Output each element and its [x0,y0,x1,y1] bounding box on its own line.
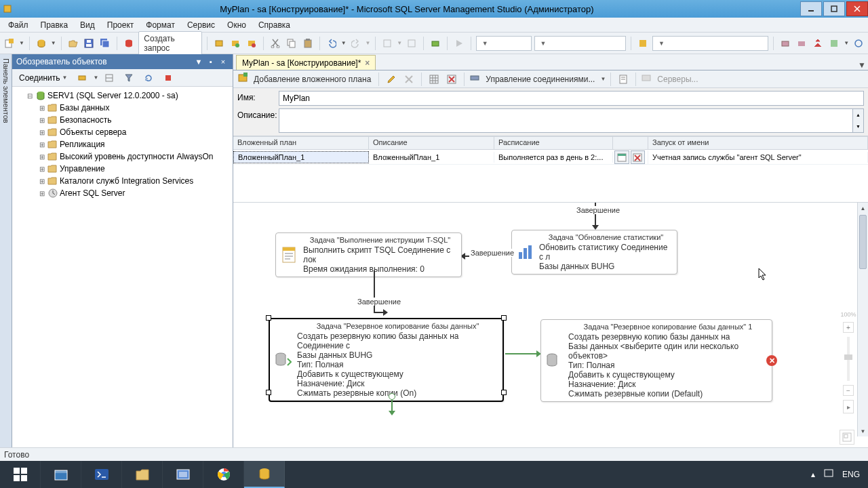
tb-misc-2[interactable] [795,36,808,51]
cut-button[interactable] [269,36,282,51]
resize-handle[interactable] [501,390,507,395]
task-backup-database-1[interactable]: Задача "Резервное копирование базы данны… [540,319,772,402]
tb-btn-1[interactable] [212,36,226,51]
tb-btn-3[interactable] [245,36,258,51]
system-tray[interactable]: ▴ ENG [803,468,868,481]
tray-lang[interactable]: ENG [842,470,860,479]
schedule-delete-button[interactable] [631,150,646,164]
tree-node-security[interactable]: ⊞Безопасность [14,114,231,126]
minimize-button[interactable] [800,1,822,16]
cell-subplan[interactable]: ВложенныйПлан_1 [233,151,369,163]
expand-icon[interactable]: ⊞ [38,129,46,136]
tab-close-icon[interactable]: × [365,58,370,68]
scroll-up-button[interactable]: ▲ [858,203,868,214]
taskbar-ssms[interactable] [244,461,285,488]
zoom-out-button[interactable]: − [843,385,854,396]
resize-handle[interactable] [266,315,271,321]
col-description[interactable]: Описание [369,137,494,149]
zoom-track[interactable] [847,337,850,381]
schedule-calendar-button[interactable] [614,150,629,164]
tray-chevron-icon[interactable]: ▴ [811,470,815,479]
object-tree[interactable]: ⊟ SERV1 (SQL Server 12.0.2000 - sa) ⊞Баз… [12,87,233,447]
tb-misc-1[interactable] [778,36,792,51]
tree-node-databases[interactable]: ⊞Базы данных [14,102,231,114]
copy-button[interactable] [285,36,298,51]
tree-node-management[interactable]: ⊞Управление [14,163,231,175]
plan-remove-button[interactable] [444,72,459,87]
explorer-btn-1[interactable] [73,71,91,85]
document-tab[interactable]: MyPlan - sa [Конструирование]* × [236,55,376,70]
menu-window[interactable]: Окно [222,19,252,31]
connector-line-success[interactable] [505,353,538,354]
cell-runas[interactable]: Учетная запись службы "агент SQL Server" [648,152,868,163]
add-subplan-button[interactable]: Добавление вложенного плана [251,73,374,85]
database-combo[interactable]: ▼ [476,36,532,51]
tb-btn-activity[interactable] [429,36,442,51]
tree-node-agent[interactable]: ⊞Агент SQL Server [14,187,231,199]
redo-button[interactable] [349,36,363,51]
tb-btn-nav2[interactable] [405,36,418,51]
zoom-fit-button[interactable]: ▸ [843,400,854,413]
plan-grid-button[interactable] [427,72,441,87]
tree-root[interactable]: ⊟ SERV1 (SQL Server 12.0.2000 - sa) [14,89,231,102]
taskbar-server-manager[interactable] [41,461,81,488]
expand-icon[interactable]: ⊞ [38,178,46,185]
resize-handle[interactable] [501,315,507,321]
task-update-statistics[interactable]: Задача "Обновление статистики" Обновить … [511,230,677,274]
taskbar-item-4[interactable] [163,461,203,488]
collapse-icon[interactable]: ⊟ [26,92,34,100]
spin-down-button[interactable]: ▼ [853,121,863,132]
explorer-stop-button[interactable] [159,71,177,85]
tb-misc-3[interactable] [811,36,825,51]
designer-canvas[interactable]: Завершение Задача "Обновление статистики… [233,202,868,447]
name-input[interactable] [279,91,864,106]
scroll-down-button[interactable]: ▼ [858,426,868,436]
start-button[interactable] [0,461,41,488]
combo-2[interactable]: ▼ [534,36,627,51]
expand-icon[interactable]: ⊞ [38,117,46,124]
menu-project[interactable]: Проект [102,19,140,31]
col-subplan[interactable]: Вложенный план [233,137,369,149]
tb-btn-2[interactable] [229,36,242,51]
new-project-button[interactable] [3,36,16,51]
save-button[interactable] [82,36,96,51]
tree-node-replication[interactable]: ⊞Репликация [14,138,231,150]
undo-button[interactable] [325,36,338,51]
manage-connections-button[interactable]: Управление соединениями... [483,73,597,85]
col-runas[interactable]: Запуск от имени [648,137,868,149]
execute-button[interactable] [452,36,466,51]
task-backup-database[interactable]: Задача "Резервное копирование базы данны… [269,318,504,402]
tb-misc-5[interactable] [852,36,865,51]
menu-view[interactable]: Вид [75,19,100,31]
expand-icon[interactable]: ⊞ [38,104,46,112]
vertical-scrollbar[interactable]: ▲ ▼ [857,203,868,436]
expand-icon[interactable]: ⊞ [38,165,46,173]
connector-anchor[interactable] [389,393,395,400]
menu-tools[interactable]: Сервис [182,19,220,31]
scroll-thumb[interactable] [859,215,867,269]
taskbar-powershell[interactable] [81,461,122,488]
explorer-btn-2[interactable] [100,71,118,85]
toolbox-tab[interactable]: Панель элементов [0,54,12,447]
zoom-in-button[interactable]: + [843,322,854,333]
save-all-button[interactable] [98,36,112,51]
table-row[interactable]: ВложенныйПлан_1 ВложенныйПлан_1 Выполняе… [233,150,868,165]
expand-icon[interactable]: ⊞ [38,153,46,161]
tabs-dropdown-button[interactable]: ▼ [856,60,868,70]
menu-help[interactable]: Справка [253,19,296,31]
expand-icon[interactable]: ⊞ [38,190,46,197]
spin-up-button[interactable]: ▲ [853,109,863,121]
explorer-filter-button[interactable] [120,71,138,85]
tb-btn-nav1[interactable] [380,36,394,51]
menu-edit[interactable]: Правка [35,19,74,31]
new-query-button[interactable]: Создать запрос [138,31,202,56]
description-input[interactable]: ▲▼ [279,108,864,133]
zoom-control[interactable]: 100% + − ▸ [842,311,854,413]
zoom-thumb[interactable] [844,354,852,360]
tree-node-integration[interactable]: ⊞Каталоги служб Integration Services [14,175,231,187]
panel-close-button[interactable]: × [218,56,229,67]
zoom-overview-button[interactable] [840,430,854,445]
col-schedule[interactable]: Расписание [494,137,613,149]
explorer-refresh-button[interactable] [140,71,157,85]
connect-button[interactable]: Соединить▼ [15,71,71,85]
